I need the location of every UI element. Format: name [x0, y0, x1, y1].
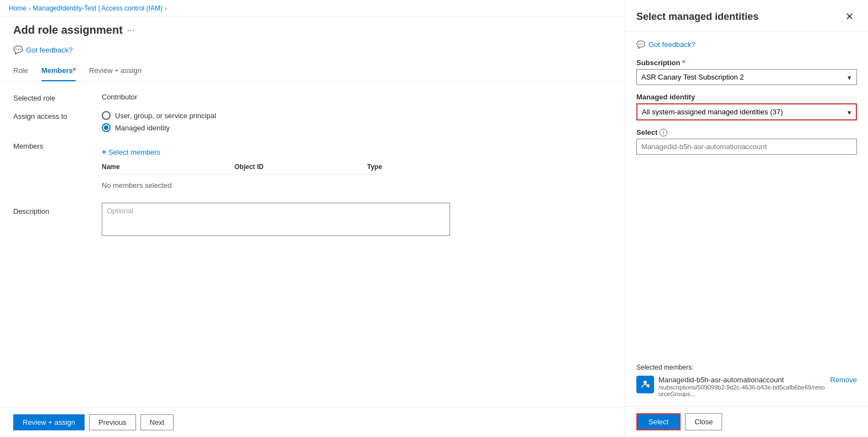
managed-identity-select-wrapper: All system-assigned managed identities (… [636, 103, 857, 120]
right-panel-header: Select managed identities ✕ [625, 0, 868, 31]
members-section: + Select members Name Object ID Type No … [102, 145, 382, 194]
svg-point-1 [646, 384, 650, 387]
selected-members-title: Selected members: [636, 364, 857, 371]
tab-review[interactable]: Review + assign [89, 61, 142, 81]
plus-icon: + [102, 148, 106, 156]
tab-role-label: Role [13, 66, 28, 75]
content-area: Selected role Contributor Assign access … [0, 82, 625, 407]
svg-point-0 [644, 381, 647, 384]
right-feedback-link[interactable]: 💬 Got feedback? [636, 40, 857, 49]
previous-button[interactable]: Previous [89, 414, 136, 430]
tab-role[interactable]: Role [13, 61, 28, 81]
col-name-header: Name [102, 163, 234, 171]
member-icon [636, 376, 654, 393]
tab-members[interactable]: Members* [41, 61, 76, 81]
subscription-required: * [680, 59, 685, 67]
select-members-btn[interactable]: + Select members [102, 148, 382, 156]
select-search-input[interactable] [636, 139, 857, 155]
member-info: Managedid-b5h-asr-automationaccount /sub… [658, 376, 826, 397]
radio-managed-identity[interactable]: Managed identity [102, 123, 216, 132]
remove-member-link[interactable]: Remove [830, 376, 857, 384]
selected-member-item: Managedid-b5h-asr-automationaccount /sub… [636, 376, 857, 397]
radio-group: User, group, or service principal Manage… [102, 111, 216, 132]
right-panel-bottom: Select Close [625, 406, 868, 437]
right-panel: Select managed identities ✕ 💬 Got feedba… [625, 0, 868, 437]
breadcrumb-bar: Home › ManagedIdentity-Test | Access con… [0, 0, 625, 17]
right-panel-content: 💬 Got feedback? Subscription * ASR Canar… [625, 31, 868, 406]
next-button[interactable]: Next [140, 414, 174, 430]
selected-role-row: Selected role Contributor [13, 93, 611, 102]
radio-circle-managed [102, 123, 111, 132]
description-row: Description [13, 203, 611, 236]
selected-role-value: Contributor [102, 93, 137, 101]
close-panel-button[interactable]: ✕ [841, 9, 857, 24]
tab-members-asterisk: * [73, 66, 76, 75]
select-info-icon[interactable]: i [660, 129, 667, 136]
col-objectid-header: Object ID [234, 163, 367, 171]
member-path: /subscriptions/509099b2-9d2c-4636-b43e-b… [658, 384, 826, 397]
selected-role-label: Selected role [13, 93, 102, 102]
review-assign-button[interactable]: Review + assign [13, 414, 85, 430]
radio-circle-user [102, 111, 111, 120]
no-members-text: No members selected [102, 177, 382, 194]
page-header: Add role assignment ··· 💬 Got feedback? [0, 17, 625, 61]
bottom-bar: Review + assign Previous Next [0, 407, 625, 437]
managed-identity-label: Managed identity [636, 93, 857, 101]
managed-identity-field: Managed identity All system-assigned man… [636, 93, 857, 120]
select-button[interactable]: Select [636, 413, 681, 430]
breadcrumb-resource[interactable]: ManagedIdentity-Test | Access control (I… [33, 4, 163, 12]
subscription-select[interactable]: ASR Canary Test Subscription 2 [636, 69, 857, 85]
breadcrumb-sep-1: › [29, 6, 30, 12]
tab-review-label: Review + assign [89, 66, 142, 75]
select-members-text: Select members [108, 148, 160, 156]
page-title: Add role assignment [13, 24, 123, 36]
right-feedback-text: Got feedback? [649, 40, 696, 49]
breadcrumb-arrow-2: › [165, 5, 167, 12]
feedback-icon: 💬 [13, 45, 23, 54]
select-search-field: Select i [636, 128, 857, 155]
subscription-select-wrapper: ASR Canary Test Subscription 2 [636, 69, 857, 85]
close-button[interactable]: Close [685, 413, 722, 430]
description-label: Description [13, 203, 102, 215]
radio-user-group[interactable]: User, group, or service principal [102, 111, 216, 120]
assign-access-label: Assign access to [13, 111, 102, 120]
tabs-container: Role Members* Review + assign [0, 61, 625, 82]
breadcrumb-home[interactable]: Home [9, 4, 27, 12]
members-label: Members [13, 141, 102, 150]
radio-label-user: User, group, or service principal [115, 112, 216, 120]
members-table-header: Name Object ID Type [102, 163, 382, 175]
subscription-field: Subscription * ASR Canary Test Subscript… [636, 59, 857, 85]
assign-access-row: Assign access to User, group, or service… [13, 111, 611, 132]
member-name: Managedid-b5h-asr-automationaccount [658, 376, 826, 384]
members-row: Members + Select members Name Object ID … [13, 141, 611, 194]
radio-label-managed: Managed identity [115, 124, 170, 132]
col-type-header: Type [367, 163, 382, 171]
subscription-label: Subscription * [636, 59, 857, 67]
page-title-more-btn[interactable]: ··· [127, 25, 134, 35]
right-panel-title: Select managed identities [636, 11, 759, 23]
selected-members-section: Selected members: Managedid-b5h-asr-auto… [636, 364, 857, 397]
tab-members-label: Members [41, 66, 73, 75]
managed-identity-select[interactable]: All system-assigned managed identities (… [636, 103, 857, 120]
feedback-link[interactable]: 💬 Got feedback? [13, 45, 611, 54]
select-field-label: Select [636, 128, 657, 136]
right-feedback-icon: 💬 [636, 40, 645, 49]
feedback-text: Got feedback? [26, 46, 73, 54]
description-textarea[interactable] [102, 203, 450, 236]
